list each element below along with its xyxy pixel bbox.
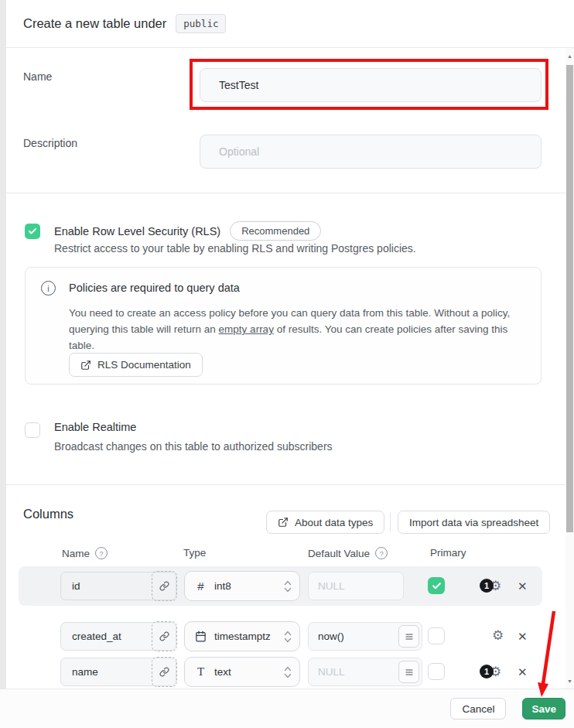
- scrollbar-down-icon[interactable]: ▼: [565, 675, 574, 686]
- about-data-types-label: About data types: [295, 517, 373, 528]
- text-type-icon: T: [195, 665, 207, 678]
- check-icon: [432, 581, 442, 591]
- empty-array-link[interactable]: empty array: [219, 323, 274, 335]
- create-table-panel: Create a new table under public Name Des…: [0, 0, 574, 728]
- save-button[interactable]: Save: [522, 698, 565, 719]
- gear-icon[interactable]: ⚙: [492, 629, 504, 642]
- rls-checkbox[interactable]: [25, 224, 40, 239]
- name-field-label: Name: [23, 70, 52, 83]
- primary-checkbox[interactable]: [428, 577, 445, 594]
- columns-section: Columns About data types Import data via…: [6, 485, 565, 689]
- rls-documentation-label: RLS Documentation: [97, 359, 191, 371]
- suggestion-list-icon[interactable]: [398, 625, 419, 648]
- rls-info-box: i Policies are required to query data Yo…: [25, 267, 542, 385]
- description-input[interactable]: [200, 135, 542, 169]
- settings-count-badge: 1: [480, 579, 494, 593]
- help-icon[interactable]: ?: [375, 547, 388, 559]
- foreign-key-link-icon[interactable]: [152, 571, 177, 601]
- suggestion-list-icon[interactable]: [398, 661, 419, 683]
- info-title: Policies are required to query data: [69, 282, 240, 294]
- realtime-subtext: Broadcast changes on this table to autho…: [54, 440, 333, 453]
- table-name-input[interactable]: [200, 68, 542, 102]
- help-icon[interactable]: ?: [95, 547, 108, 559]
- remove-column-icon[interactable]: ✕: [518, 580, 528, 592]
- columns-title: Columns: [23, 507, 73, 521]
- foreign-key-link-icon[interactable]: [152, 657, 177, 687]
- schema-badge: public: [176, 14, 226, 33]
- info-icon: i: [41, 281, 56, 296]
- page-title: Create a new table under: [23, 16, 166, 31]
- basic-info-section: Name Description: [6, 48, 574, 193]
- chevron-up-down-icon: [283, 630, 292, 643]
- import-spreadsheet-label: Import data via spreadsheet: [409, 517, 538, 528]
- recommended-badge: Recommended: [230, 221, 321, 241]
- info-body: You need to create an access policy befo…: [69, 305, 516, 354]
- column-header-name: Name ?: [62, 547, 108, 559]
- panel-edge: [0, 0, 6, 728]
- remove-column-icon[interactable]: ✕: [518, 631, 528, 642]
- primary-checkbox[interactable]: [428, 627, 445, 644]
- button-divider: [390, 512, 391, 532]
- column-row-name: T text 1 ⚙ ✕: [6, 655, 565, 690]
- hash-icon: #: [195, 579, 207, 593]
- panel-header: Create a new table under public: [6, 0, 574, 48]
- column-row-id: # int8 1 ⚙ ✕: [6, 566, 565, 606]
- import-spreadsheet-button[interactable]: Import data via spreadsheet: [398, 511, 550, 534]
- column-header-type: Type: [183, 547, 206, 559]
- scrollbar[interactable]: ▲ ▼: [565, 48, 574, 689]
- scrollbar-thumb[interactable]: [566, 65, 573, 532]
- column-type-select[interactable]: T text: [184, 657, 300, 687]
- chevron-up-down-icon: [283, 665, 292, 678]
- rls-subtext: Restrict access to your table by enablin…: [54, 242, 416, 255]
- panel-footer: Cancel Save: [0, 689, 574, 728]
- column-row-created-at: timestamptz ⚙ ✕: [6, 619, 565, 655]
- security-section: Enable Row Level Security (RLS) Recommen…: [6, 193, 574, 485]
- rls-documentation-button[interactable]: RLS Documentation: [69, 353, 203, 377]
- realtime-label: Enable Realtime: [54, 421, 136, 433]
- default-value-input[interactable]: [308, 572, 404, 600]
- realtime-checkbox[interactable]: [25, 422, 40, 438]
- scrollbar-up-icon[interactable]: ▲: [565, 50, 574, 61]
- chevron-up-down-icon: [283, 579, 292, 593]
- column-type-select[interactable]: timestamptz: [184, 621, 300, 651]
- remove-column-icon[interactable]: ✕: [518, 666, 528, 678]
- about-data-types-button[interactable]: About data types: [266, 511, 384, 534]
- calendar-icon: [195, 631, 207, 642]
- settings-count-badge: 1: [480, 665, 494, 678]
- cancel-button[interactable]: Cancel: [450, 698, 506, 719]
- primary-checkbox[interactable]: [428, 663, 445, 680]
- column-type-select[interactable]: # int8: [184, 571, 300, 601]
- external-link-icon: [278, 517, 289, 528]
- column-header-primary: Primary: [430, 547, 466, 559]
- check-icon: [28, 227, 37, 236]
- rls-label: Enable Row Level Security (RLS): [54, 225, 220, 238]
- column-header-default: Default Value ?: [308, 547, 388, 559]
- external-link-icon: [80, 360, 91, 371]
- description-field-label: Description: [23, 137, 77, 149]
- foreign-key-link-icon[interactable]: [152, 621, 177, 651]
